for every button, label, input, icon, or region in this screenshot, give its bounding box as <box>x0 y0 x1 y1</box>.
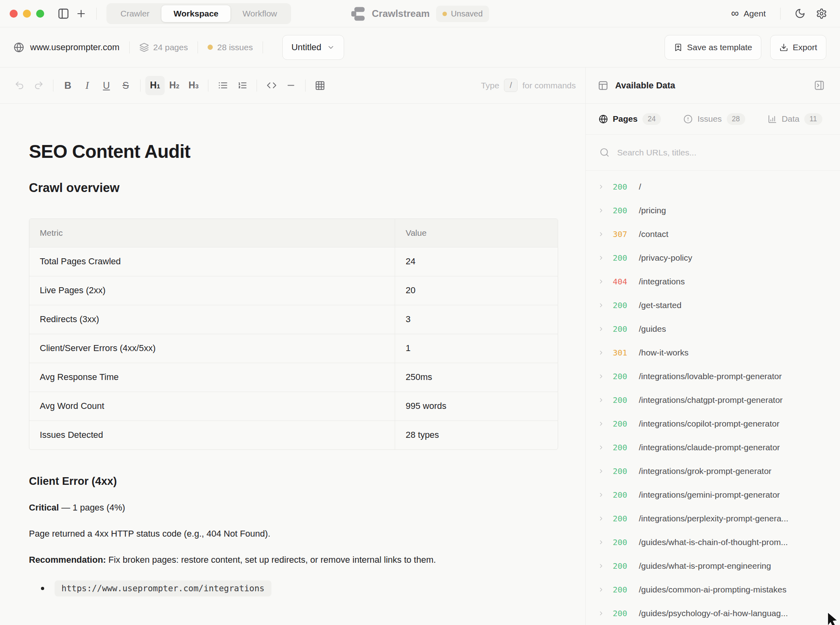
bullet-list-icon <box>218 80 228 90</box>
status-code: 200 <box>613 182 632 192</box>
page-list-item[interactable]: 200 /get-started <box>586 293 840 317</box>
page-list-item[interactable]: 200 /privacy-policy <box>586 246 840 270</box>
chevron-right-icon[interactable] <box>598 563 604 569</box>
issues-count-label: 28 issues <box>217 43 253 52</box>
page-list-item[interactable]: 200 /integrations/lovable-prompt-generat… <box>586 364 840 388</box>
search-input[interactable] <box>617 148 794 157</box>
new-tab-button[interactable] <box>72 5 90 22</box>
tab-pages[interactable]: Pages 24 <box>599 113 661 125</box>
page-list-item[interactable]: 307 /contact <box>586 222 840 246</box>
heading2-button[interactable]: H2 <box>165 76 184 95</box>
heading1-button[interactable]: H1 <box>145 76 165 95</box>
page-list-item[interactable]: 200 /pricing <box>586 198 840 222</box>
chevron-right-icon[interactable] <box>598 586 604 593</box>
insert-table-button[interactable] <box>310 76 330 95</box>
chevron-right-icon[interactable] <box>598 492 604 498</box>
tab-workspace[interactable]: Workspace <box>161 5 230 22</box>
strikethrough-button[interactable]: S <box>116 76 135 95</box>
save-as-template-button[interactable]: Save as template <box>665 35 761 60</box>
chevron-right-icon[interactable] <box>598 539 604 545</box>
document-title-dropdown[interactable]: Untitled <box>282 35 345 60</box>
toggle-sidebar-button[interactable] <box>55 5 72 22</box>
tab-issues[interactable]: Issues 28 <box>683 113 745 125</box>
bold-button[interactable]: B <box>58 76 77 95</box>
chevron-right-icon[interactable] <box>598 468 604 474</box>
chevron-right-icon[interactable] <box>598 302 604 308</box>
chevron-right-icon[interactable] <box>598 231 604 237</box>
value-cell: 1 <box>395 334 558 363</box>
site-url[interactable]: www.useprompter.com <box>30 42 120 53</box>
panel-collapse-icon <box>814 80 825 91</box>
ordered-list-icon <box>237 80 247 90</box>
page-list-item[interactable]: 200 /integrations/copilot-prompt-generat… <box>586 412 840 435</box>
underline-button[interactable]: U <box>97 76 116 95</box>
chevron-right-icon[interactable] <box>598 421 604 427</box>
page-list-item[interactable]: 200 /integrations/chatgpt-prompt-generat… <box>586 388 840 412</box>
chevron-right-icon[interactable] <box>598 444 604 451</box>
view-switcher: Crawler Workspace Workflow <box>106 3 291 24</box>
app-brand: Crawlstream Unsaved <box>351 0 489 27</box>
status-code: 200 <box>613 300 632 310</box>
tab-workflow[interactable]: Workflow <box>230 5 289 22</box>
page-list-item[interactable]: 200 /guides <box>586 317 840 341</box>
agent-button[interactable]: ∞ Agent <box>727 8 770 19</box>
horizontal-rule-button[interactable] <box>281 76 300 95</box>
page-list-item[interactable]: 200 /guides/what-is-prompt-engineering <box>586 554 840 578</box>
chevron-right-icon[interactable] <box>598 610 604 617</box>
chevron-right-icon[interactable] <box>598 349 604 356</box>
slash-key: / <box>504 79 518 92</box>
redo-icon <box>34 80 44 90</box>
divider <box>198 41 198 53</box>
chevron-right-icon[interactable] <box>598 255 604 261</box>
bar-chart-icon <box>768 114 777 124</box>
page-list-item[interactable]: 200 /integrations/claude-prompt-generato… <box>586 435 840 459</box>
page-list-item[interactable]: 200 /integrations/perplexity-prompt-gene… <box>586 507 840 530</box>
status-code: 307 <box>613 229 632 239</box>
chevron-down-icon <box>327 43 335 51</box>
export-button[interactable]: Export <box>770 35 826 60</box>
chevron-right-icon[interactable] <box>598 326 604 332</box>
minimize-window-button[interactable] <box>23 10 31 18</box>
page-list-item[interactable]: 200 /guides/psychology-of-ai-how-languag… <box>586 601 840 625</box>
minus-icon <box>286 80 296 90</box>
page-list-item[interactable]: 200 /guides/what-is-chain-of-thought-pro… <box>586 530 840 554</box>
slash-command-hint: Type / for commands <box>481 79 576 92</box>
page-path: / <box>639 182 641 192</box>
status-code: 404 <box>613 277 632 286</box>
page-list-item[interactable]: 200 /integrations/grok-prompt-generator <box>586 459 840 483</box>
status-code: 200 <box>613 537 632 547</box>
settings-button[interactable] <box>813 5 830 22</box>
severity-rest: — 1 pages (4%) <box>59 502 125 513</box>
tab-crawler[interactable]: Crawler <box>108 5 161 22</box>
code-block-button[interactable] <box>262 76 281 95</box>
page-path: /get-started <box>639 300 681 310</box>
collapse-panel-button[interactable] <box>810 77 828 94</box>
chevron-right-icon[interactable] <box>598 397 604 403</box>
heading3-button[interactable]: H3 <box>184 76 203 95</box>
document-canvas[interactable]: SEO Content Audit Crawl overview Metric … <box>0 104 585 625</box>
page-path: /integrations/perplexity-prompt-genera..… <box>639 514 788 523</box>
tab-data[interactable]: Data 11 <box>768 113 822 125</box>
undo-button[interactable] <box>10 76 29 95</box>
page-list-item[interactable]: 200 /guides/common-ai-prompting-mistakes <box>586 578 840 601</box>
bullet-list-button[interactable] <box>213 76 232 95</box>
page-list-item[interactable]: 301 /how-it-works <box>586 341 840 364</box>
chevron-right-icon[interactable] <box>598 515 604 522</box>
italic-button[interactable]: I <box>77 76 97 95</box>
page-list-item[interactable]: 404 /integrations <box>586 270 840 293</box>
zoom-window-button[interactable] <box>36 10 44 18</box>
ordered-list-button[interactable] <box>232 76 252 95</box>
chevron-right-icon[interactable] <box>598 278 604 285</box>
format-toolbar: B I U S H1 H2 H3 <box>0 67 585 104</box>
close-window-button[interactable] <box>10 10 18 18</box>
dark-mode-toggle[interactable] <box>791 5 809 22</box>
status-code: 200 <box>613 514 632 523</box>
chevron-right-icon[interactable] <box>598 207 604 214</box>
chevron-right-icon[interactable] <box>598 184 604 190</box>
redo-button[interactable] <box>29 76 48 95</box>
page-list-item[interactable]: 200 /integrations/gemini-prompt-generato… <box>586 483 840 507</box>
chevron-right-icon[interactable] <box>598 373 604 380</box>
page-list-item[interactable]: 200 / <box>586 175 840 198</box>
italic-glyph: I <box>86 80 89 92</box>
table-row: Avg Word Count 995 words <box>29 392 558 421</box>
